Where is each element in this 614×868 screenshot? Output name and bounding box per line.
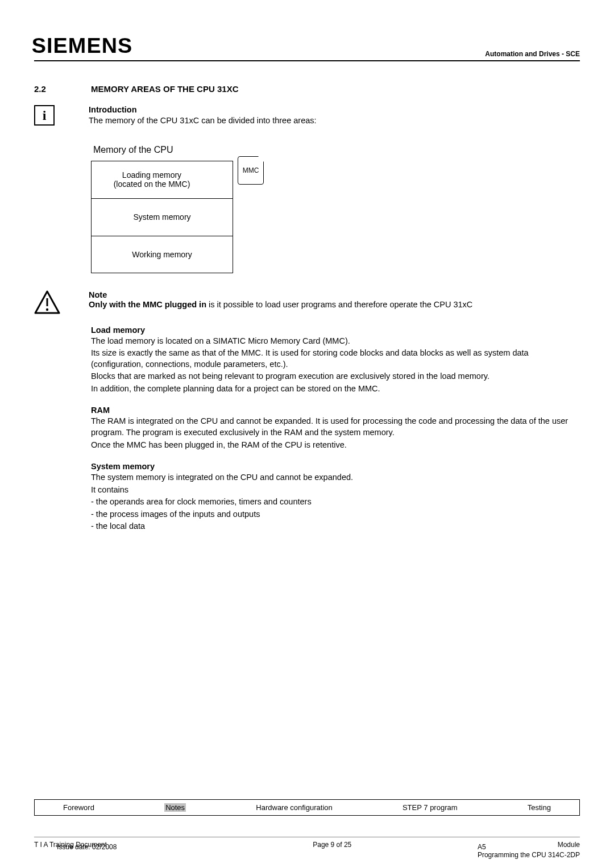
sys-p2: It contains: [91, 485, 580, 496]
section-number: 2.2: [34, 84, 91, 94]
ram-section: RAM The RAM is integrated on the CPU and…: [91, 406, 580, 450]
sys-p1: The system memory is integrated on the C…: [91, 472, 580, 483]
sys-li1: - the operands area for clock memories, …: [91, 496, 580, 508]
diagram-title: Memory of the CPU: [93, 145, 267, 155]
footer-right2b: Programming the CPU 314C-2DP: [478, 851, 580, 859]
nav-testing[interactable]: Testing: [528, 803, 551, 812]
page-header: SIEMENS Automation and Drives - SCE: [34, 34, 580, 61]
system-memory-section: System memory The system memory is integ…: [91, 462, 580, 532]
note-heading: Note: [89, 290, 472, 299]
ram-p2: Once the MMC has been plugged in, the RA…: [91, 440, 580, 451]
sys-li2: - the process images of the inputs and o…: [91, 509, 580, 520]
sys-li3: - the local data: [91, 521, 580, 532]
ram-heading: RAM: [91, 406, 580, 415]
nav-foreword[interactable]: Foreword: [63, 803, 94, 812]
info-icon: i: [34, 105, 55, 126]
load-p3: Blocks that are marked as not being rele…: [91, 371, 580, 382]
section-title: MEMORY AREAS OF THE CPU 31XC: [91, 84, 238, 94]
footer-sub: Issue date: 02/2008 A5 Programming the C…: [57, 843, 580, 859]
load-p2: Its size is exactly the same as that of …: [91, 348, 580, 370]
mmc-chip-label: MMC: [243, 166, 259, 174]
nav-hardware[interactable]: Hardware configuration: [256, 803, 332, 812]
header-subtitle: Automation and Drives - SCE: [485, 50, 580, 58]
sys-heading: System memory: [91, 462, 580, 471]
svg-point-2: [46, 308, 48, 310]
nav-step7[interactable]: STEP 7 program: [403, 803, 458, 812]
diagram-box-working: Working memory: [91, 236, 233, 273]
load-memory-section: Load memory The load memory is located o…: [91, 326, 580, 395]
memory-diagram: Memory of the CPU Loading memory (locate…: [91, 145, 267, 273]
siemens-logo: SIEMENS: [32, 34, 132, 58]
footer-right2: A5 Programming the CPU 314C-2DP: [478, 843, 580, 859]
intro-heading: Introduction: [89, 105, 317, 114]
note-text: Only with the MMC plugged in is it possi…: [89, 299, 472, 311]
footer-left2: Issue date: 02/2008: [57, 843, 117, 859]
nav-notes[interactable]: Notes: [164, 803, 186, 812]
load-heading: Load memory: [91, 326, 580, 335]
footer-right2a: A5: [478, 843, 486, 851]
diagram-box-loading: Loading memory (located on the MMC): [91, 161, 233, 198]
note-row: Note Only with the MMC plugged in is it …: [34, 290, 580, 314]
diagram-box1-line1: Loading memory: [114, 170, 190, 180]
footer-nav: Foreword Notes Hardware configuration ST…: [34, 799, 580, 816]
ram-p1: The RAM is integrated on the CPU and can…: [91, 416, 580, 438]
diagram-box-system: System memory: [91, 198, 233, 236]
note-rest: is it possible to load user programs and…: [206, 300, 472, 309]
section-heading-row: 2.2 MEMORY AREAS OF THE CPU 31XC: [34, 84, 580, 94]
load-p1: The load memory is located on a SIMATIC …: [91, 336, 580, 347]
note-bold: Only with the MMC plugged in: [89, 300, 206, 309]
mmc-chip-icon: MMC: [238, 156, 264, 185]
load-p4: In addition, the complete planning data …: [91, 383, 580, 395]
introduction-row: i Introduction The memory of the CPU 31x…: [34, 105, 580, 128]
warning-icon: [34, 290, 60, 314]
diagram-box1-line2: (located on the MMC): [114, 180, 190, 189]
intro-text: The memory of the CPU 31xC can be divide…: [89, 115, 317, 127]
